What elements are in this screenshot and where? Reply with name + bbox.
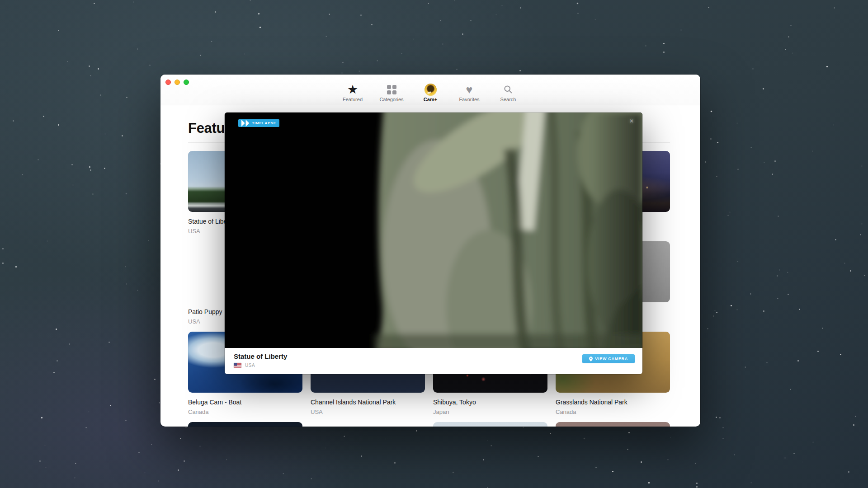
webcam-country: Japan xyxy=(433,408,547,415)
window-titlebar: ★ Featured Categories Cam+ ♥ Favorites xyxy=(160,75,700,105)
earthcam-logo-icon xyxy=(425,84,437,96)
webcam-thumbnail[interactable] xyxy=(188,422,302,427)
view-camera-button[interactable]: VIEW CAMERA xyxy=(582,354,635,363)
webcam-country: Canada xyxy=(556,408,670,415)
minimize-window-button[interactable] xyxy=(175,80,180,85)
stars-layer xyxy=(0,0,0,0)
webcam-card[interactable] xyxy=(188,422,302,427)
tab-favorites-label: Favorites xyxy=(459,97,479,102)
webcam-card[interactable] xyxy=(433,422,547,427)
close-icon[interactable]: ✕ xyxy=(628,117,635,125)
webcam-country: USA xyxy=(311,408,425,415)
zoom-window-button[interactable] xyxy=(184,80,189,85)
webcam-title: Grasslands National Park xyxy=(556,399,670,406)
timelapse-badge: TIMELAPSE xyxy=(238,119,279,127)
tab-featured-label: Featured xyxy=(343,97,363,102)
timelapse-video[interactable]: TIMELAPSE ✕ xyxy=(225,113,642,348)
timelapse-badge-label: TIMELAPSE xyxy=(252,121,276,125)
tab-featured[interactable]: ★ Featured xyxy=(339,83,366,102)
tab-favorites[interactable]: ♥ Favorites xyxy=(456,83,483,102)
tab-search[interactable]: Search xyxy=(495,83,522,102)
webcam-thumbnail[interactable] xyxy=(311,422,425,427)
webcam-country: Canada xyxy=(188,408,302,415)
close-window-button[interactable] xyxy=(165,80,171,85)
usa-flag-icon xyxy=(234,363,241,368)
webcam-thumbnail[interactable] xyxy=(433,422,547,427)
timelapse-icon xyxy=(241,119,250,127)
toolbar: ★ Featured Categories Cam+ ♥ Favorites xyxy=(339,83,522,105)
webcam-card[interactable] xyxy=(311,422,425,427)
traffic-lights xyxy=(165,80,189,85)
search-icon xyxy=(504,85,513,94)
modal-info-bar: Statue of Liberty USA VIEW CAMERA xyxy=(225,348,642,374)
camera-preview-modal: TIMELAPSE ✕ Statue of Liberty USA VIEW C… xyxy=(225,113,642,374)
heart-icon: ♥ xyxy=(466,84,473,95)
tab-categories-label: Categories xyxy=(379,97,403,102)
webcam-title: Channel Islands National Park xyxy=(311,399,425,406)
categories-grid-icon xyxy=(387,85,396,94)
tab-search-label: Search xyxy=(500,97,516,102)
webcam-title: Beluga Cam - Boat xyxy=(188,399,302,406)
view-camera-label: VIEW CAMERA xyxy=(595,357,628,361)
statue-of-liberty-video-frame xyxy=(225,113,642,348)
webcam-title: Shibuya, Tokyo xyxy=(433,399,547,406)
modal-country-row: USA xyxy=(234,363,255,368)
tab-categories[interactable]: Categories xyxy=(378,83,405,102)
webcam-card[interactable] xyxy=(556,422,670,427)
tab-cam-plus[interactable]: Cam+ xyxy=(417,83,444,102)
modal-camera-title: Statue of Liberty xyxy=(234,352,287,360)
star-icon: ★ xyxy=(347,84,358,95)
location-pin-icon xyxy=(589,357,593,361)
modal-camera-country: USA xyxy=(245,363,255,368)
webcam-thumbnail[interactable] xyxy=(556,422,670,427)
tab-cam-plus-label: Cam+ xyxy=(424,97,437,102)
